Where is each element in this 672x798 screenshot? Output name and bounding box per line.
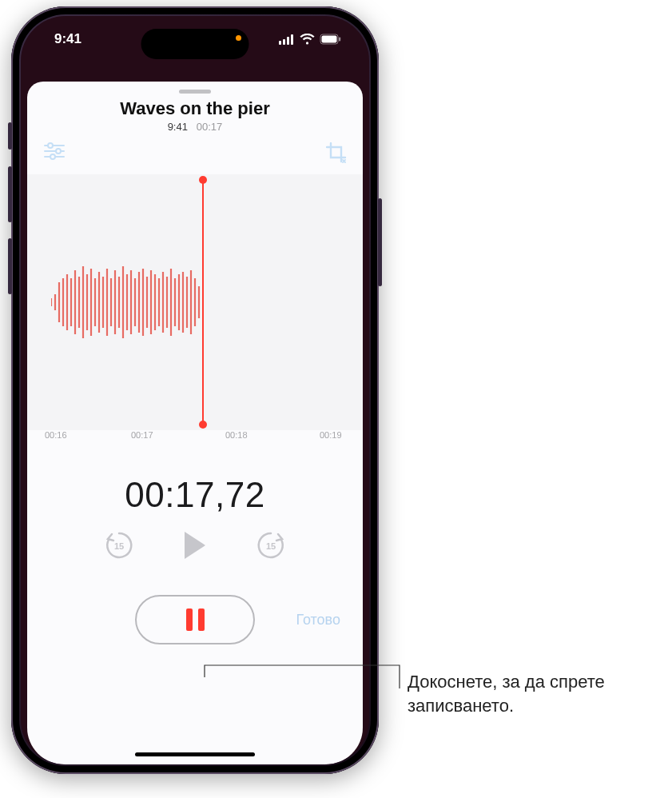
elapsed-timer: 00:17,72: [27, 475, 363, 515]
svg-rect-1: [283, 39, 285, 45]
recording-duration-short: 00:17: [197, 121, 223, 133]
svg-rect-3: [291, 34, 293, 45]
hw-silent-switch: [8, 122, 12, 150]
svg-text:15: 15: [266, 541, 276, 551]
title-block: Waves on the pier 9:41 00:17: [27, 98, 363, 133]
ruler-tick: 00:19: [320, 430, 342, 440]
waveform-area[interactable]: [27, 174, 363, 430]
pause-record-button[interactable]: [135, 595, 255, 644]
playhead[interactable]: [202, 179, 204, 425]
wifi-icon: [300, 34, 315, 45]
sheet-grabber[interactable]: [179, 90, 211, 94]
svg-point-8: [48, 143, 53, 148]
status-right-cluster: [279, 34, 342, 45]
svg-rect-2: [287, 37, 289, 45]
svg-rect-0: [279, 41, 281, 45]
svg-rect-6: [339, 38, 340, 42]
done-button[interactable]: Готово: [296, 612, 340, 628]
ruler-tick: 00:16: [45, 430, 67, 440]
home-indicator[interactable]: [135, 752, 255, 756]
settings-sliders-icon[interactable]: [43, 142, 66, 160]
svg-rect-5: [322, 36, 337, 43]
pause-icon: [186, 608, 205, 631]
svg-point-12: [50, 154, 55, 159]
phone-frame: 9:41 Waves on the pier 9:41 00:17: [11, 6, 379, 774]
bottom-row: Готово: [27, 595, 363, 644]
hw-power: [378, 198, 382, 286]
tool-row: [27, 133, 363, 170]
waveform-icon: [51, 174, 211, 430]
cellular-icon: [279, 34, 295, 45]
time-ruler: 00:16 00:17 00:18 00:19: [27, 430, 363, 449]
mic-privacy-dot-icon: [236, 35, 241, 41]
hw-volume-down: [8, 238, 12, 294]
dynamic-island: [141, 29, 249, 59]
trim-crop-icon[interactable]: [326, 142, 347, 163]
recording-title[interactable]: Waves on the pier: [27, 98, 363, 119]
callout-text: Докоснете, за да спрете записването.: [408, 670, 655, 717]
hw-volume-up: [8, 166, 12, 222]
play-icon[interactable]: [181, 530, 209, 561]
svg-point-10: [56, 149, 61, 154]
skip-back-15-icon[interactable]: 15: [103, 529, 135, 561]
status-time: 9:41: [54, 31, 82, 47]
skip-forward-15-icon[interactable]: 15: [255, 529, 287, 561]
svg-text:15: 15: [114, 541, 124, 551]
ruler-tick: 00:17: [131, 430, 153, 440]
recording-sheet: Waves on the pier 9:41 00:17: [27, 82, 363, 764]
playback-controls: 15 15: [27, 529, 363, 561]
recording-subtitle: 9:41 00:17: [27, 121, 363, 133]
screen: 9:41 Waves on the pier 9:41 00:17: [21, 16, 369, 764]
ruler-tick: 00:18: [225, 430, 248, 440]
recording-time-of-day: 9:41: [168, 121, 188, 133]
battery-icon: [320, 34, 342, 45]
